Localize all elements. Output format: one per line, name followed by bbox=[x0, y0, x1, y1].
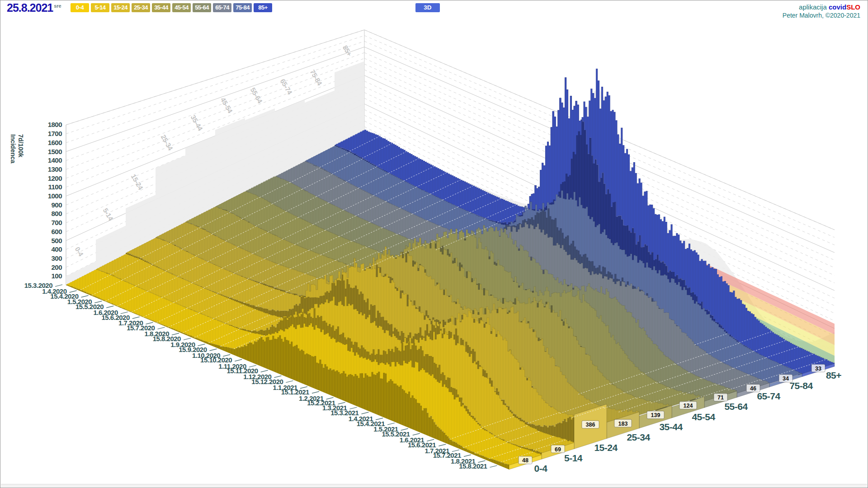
svg-text:1100: 1100 bbox=[48, 183, 62, 191]
age-button-25-34[interactable]: 25-34 bbox=[132, 3, 150, 12]
weekday-abbr: sre bbox=[54, 3, 61, 9]
current-date: 25.8.2021 bbox=[7, 1, 53, 14]
svg-text:75-84: 75-84 bbox=[789, 380, 813, 391]
app-title: aplikacija covidSLO bbox=[783, 3, 860, 11]
svg-text:85+: 85+ bbox=[341, 44, 354, 57]
svg-text:1600: 1600 bbox=[48, 139, 62, 146]
svg-text:15-24: 15-24 bbox=[594, 442, 618, 453]
svg-text:200: 200 bbox=[51, 263, 62, 271]
app-title-covid: covid bbox=[829, 3, 846, 11]
app-window: 0-45-1415-2425-3435-4445-5455-6465-7475-… bbox=[0, 0, 868, 488]
svg-text:1800: 1800 bbox=[48, 121, 62, 128]
date-display[interactable]: 25.8.2021sre bbox=[7, 1, 61, 14]
svg-text:33: 33 bbox=[815, 366, 821, 372]
svg-text:25-34: 25-34 bbox=[627, 432, 650, 442]
age-button-0-4[interactable]: 0-4 bbox=[71, 3, 89, 12]
age-button-35-44[interactable]: 35-44 bbox=[152, 3, 170, 12]
svg-text:45-54: 45-54 bbox=[692, 412, 715, 422]
svg-text:139: 139 bbox=[651, 412, 660, 418]
svg-text:48: 48 bbox=[522, 457, 528, 464]
svg-text:1300: 1300 bbox=[48, 165, 62, 173]
app-credits: aplikacija covidSLO Peter Malovrh, ©2020… bbox=[783, 3, 860, 20]
svg-text:500: 500 bbox=[51, 237, 62, 244]
svg-text:15-24: 15-24 bbox=[130, 173, 145, 191]
svg-text:15.8.2021: 15.8.2021 bbox=[459, 462, 487, 470]
svg-text:800: 800 bbox=[51, 210, 62, 217]
bottom-scroll-strip bbox=[1, 484, 867, 487]
svg-text:0-4: 0-4 bbox=[534, 463, 548, 474]
svg-text:700: 700 bbox=[51, 219, 62, 226]
app-title-slo: SLO bbox=[846, 3, 860, 11]
svg-text:5-14: 5-14 bbox=[564, 453, 583, 463]
svg-text:400: 400 bbox=[51, 245, 62, 253]
svg-text:100: 100 bbox=[51, 272, 62, 280]
svg-text:900: 900 bbox=[51, 201, 62, 209]
chart-canvas[interactable]: 0-45-1415-2425-3435-4445-5455-6465-7475-… bbox=[0, 0, 868, 488]
svg-text:35-44: 35-44 bbox=[189, 114, 205, 132]
svg-text:1700: 1700 bbox=[48, 130, 62, 137]
svg-text:1500: 1500 bbox=[48, 148, 62, 155]
svg-text:7d/100kIncidenca: 7d/100kIncidenca bbox=[9, 134, 24, 164]
app-title-prefix: aplikacija bbox=[799, 3, 827, 11]
age-button-65-74[interactable]: 65-74 bbox=[213, 3, 231, 12]
svg-text:0-4: 0-4 bbox=[74, 245, 85, 258]
svg-text:65-74: 65-74 bbox=[757, 391, 780, 401]
svg-text:124: 124 bbox=[684, 403, 693, 409]
svg-text:55-64: 55-64 bbox=[724, 401, 748, 412]
svg-text:34: 34 bbox=[783, 375, 789, 382]
age-button-85+[interactable]: 85+ bbox=[254, 3, 272, 12]
age-button-75-84[interactable]: 75-84 bbox=[233, 3, 252, 12]
svg-text:300: 300 bbox=[51, 254, 62, 262]
svg-text:25-34: 25-34 bbox=[160, 133, 175, 152]
svg-text:5-14: 5-14 bbox=[102, 206, 115, 222]
age-group-filter: 0-45-1415-2425-3435-4445-5455-6465-7475-… bbox=[71, 3, 272, 12]
svg-text:65-74: 65-74 bbox=[279, 77, 294, 96]
svg-text:45-54: 45-54 bbox=[219, 96, 235, 114]
age-button-5-14[interactable]: 5-14 bbox=[91, 3, 109, 12]
svg-text:386: 386 bbox=[586, 422, 595, 428]
mode-3d-button[interactable]: 3D bbox=[415, 3, 440, 12]
toolbar: 25.8.2021sre 0-45-1415-2425-3435-4445-54… bbox=[0, 0, 868, 16]
svg-text:46: 46 bbox=[750, 385, 756, 392]
age-button-55-64[interactable]: 55-64 bbox=[193, 3, 211, 12]
svg-text:75-84: 75-84 bbox=[309, 68, 324, 87]
svg-text:1400: 1400 bbox=[48, 156, 62, 164]
author-credit: Peter Malovrh, ©2020-2021 bbox=[783, 11, 860, 20]
svg-text:55-64: 55-64 bbox=[249, 86, 264, 105]
svg-text:35-44: 35-44 bbox=[659, 422, 683, 432]
svg-text:71: 71 bbox=[717, 394, 724, 401]
age-button-15-24[interactable]: 15-24 bbox=[111, 3, 130, 12]
age-button-45-54[interactable]: 45-54 bbox=[172, 3, 191, 12]
svg-text:600: 600 bbox=[51, 228, 62, 235]
svg-text:1200: 1200 bbox=[48, 174, 62, 182]
svg-text:1000: 1000 bbox=[48, 192, 62, 200]
svg-text:183: 183 bbox=[618, 421, 628, 427]
svg-text:69: 69 bbox=[555, 446, 561, 453]
svg-text:85+: 85+ bbox=[826, 370, 841, 380]
